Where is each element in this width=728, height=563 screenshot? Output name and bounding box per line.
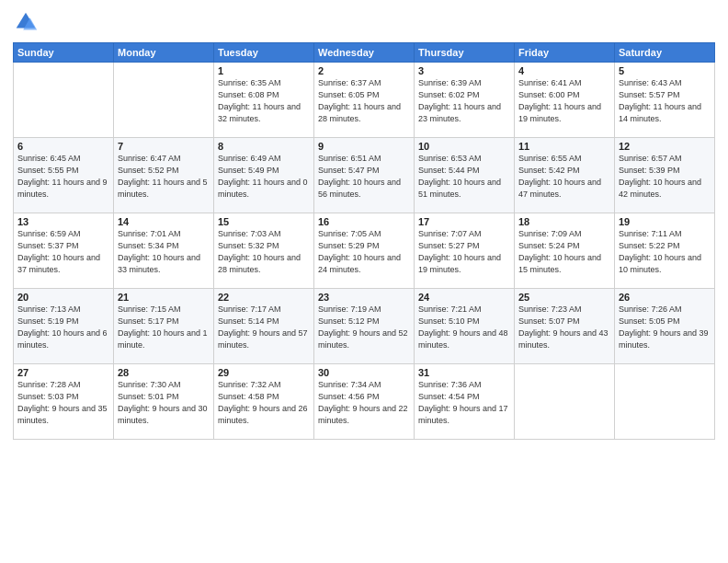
cell-line: Sunrise: 7:11 AM: [619, 228, 711, 240]
cell-content: Sunrise: 6:47 AMSunset: 5:52 PMDaylight:…: [118, 153, 210, 201]
cell-line: Sunset: 5:29 PM: [318, 240, 410, 252]
cell-line: Sunrise: 6:35 AM: [218, 77, 310, 89]
cell-content: Sunrise: 6:51 AMSunset: 5:47 PMDaylight:…: [318, 153, 410, 201]
cell-line: Sunrise: 6:39 AM: [418, 77, 510, 89]
cell-content: Sunrise: 7:09 AMSunset: 5:24 PMDaylight:…: [518, 228, 610, 276]
day-number: 18: [518, 216, 610, 227]
cell-line: Daylight: 10 hours and 1 minute.: [118, 327, 210, 351]
calendar-cell: 2Sunrise: 6:37 AMSunset: 6:05 PMDaylight…: [314, 63, 415, 138]
header: [13, 9, 715, 35]
day-number: 13: [17, 216, 109, 227]
calendar-cell: 3Sunrise: 6:39 AMSunset: 6:02 PMDaylight…: [415, 63, 515, 138]
calendar-cell: [114, 63, 214, 138]
calendar-cell: 1Sunrise: 6:35 AMSunset: 6:08 PMDaylight…: [214, 63, 314, 138]
cell-line: Daylight: 11 hours and 28 minutes.: [318, 101, 410, 125]
day-number: 20: [17, 292, 109, 303]
day-number: 9: [318, 141, 410, 152]
cell-line: Sunset: 5:01 PM: [118, 391, 210, 403]
cell-content: Sunrise: 7:26 AMSunset: 5:05 PMDaylight:…: [619, 304, 711, 351]
logo: [13, 9, 42, 35]
calendar-cell: 4Sunrise: 6:41 AMSunset: 6:00 PMDaylight…: [515, 63, 615, 138]
calendar-cell: 7Sunrise: 6:47 AMSunset: 5:52 PMDaylight…: [114, 138, 214, 213]
cell-line: Daylight: 9 hours and 26 minutes.: [218, 403, 310, 427]
day-number: 2: [318, 65, 410, 76]
day-number: 30: [318, 367, 410, 378]
day-number: 5: [619, 65, 711, 76]
cell-line: Sunset: 4:54 PM: [418, 391, 510, 403]
cell-content: Sunrise: 7:07 AMSunset: 5:27 PMDaylight:…: [418, 228, 510, 276]
logo-icon: [13, 9, 39, 35]
day-number: 25: [518, 292, 610, 303]
day-number: 22: [218, 292, 310, 303]
cell-line: Daylight: 11 hours and 9 minutes.: [17, 177, 109, 201]
cell-line: Daylight: 10 hours and 24 minutes.: [318, 252, 410, 276]
day-number: 28: [118, 367, 210, 378]
cell-line: Sunset: 5:44 PM: [418, 165, 510, 177]
calendar-cell: 13Sunrise: 6:59 AMSunset: 5:37 PMDayligh…: [14, 213, 114, 289]
cell-content: Sunrise: 7:30 AMSunset: 5:01 PMDaylight:…: [118, 379, 210, 427]
week-row-3: 13Sunrise: 6:59 AMSunset: 5:37 PMDayligh…: [14, 213, 715, 289]
cell-line: Sunset: 6:05 PM: [318, 89, 410, 101]
calendar-cell: 23Sunrise: 7:19 AMSunset: 5:12 PMDayligh…: [314, 289, 415, 364]
day-number: 4: [518, 65, 610, 76]
day-number: 23: [318, 292, 410, 303]
cell-content: Sunrise: 7:13 AMSunset: 5:19 PMDaylight:…: [17, 304, 109, 351]
calendar-cell: 8Sunrise: 6:49 AMSunset: 5:49 PMDaylight…: [214, 138, 314, 213]
cell-line: Sunset: 5:17 PM: [118, 316, 210, 327]
cell-line: Sunset: 5:19 PM: [17, 316, 109, 327]
day-number: 24: [418, 292, 510, 303]
cell-line: Daylight: 10 hours and 47 minutes.: [518, 177, 610, 201]
cell-line: Daylight: 9 hours and 22 minutes.: [318, 403, 410, 427]
cell-line: Daylight: 10 hours and 42 minutes.: [619, 177, 711, 201]
cell-line: Daylight: 10 hours and 6 minutes.: [17, 327, 109, 351]
cell-line: Sunset: 5:32 PM: [218, 240, 310, 252]
cell-content: Sunrise: 7:03 AMSunset: 5:32 PMDaylight:…: [218, 228, 310, 276]
day-number: 19: [619, 216, 711, 227]
calendar-cell: 12Sunrise: 6:57 AMSunset: 5:39 PMDayligh…: [615, 138, 715, 213]
day-number: 17: [418, 216, 510, 227]
cell-line: Sunrise: 7:09 AM: [518, 228, 610, 240]
day-header-saturday: Saturday: [615, 43, 715, 63]
cell-content: Sunrise: 7:15 AMSunset: 5:17 PMDaylight:…: [118, 304, 210, 351]
cell-line: Daylight: 10 hours and 19 minutes.: [418, 252, 510, 276]
day-number: 10: [418, 141, 510, 152]
calendar-cell: 29Sunrise: 7:32 AMSunset: 4:58 PMDayligh…: [214, 364, 314, 440]
calendar-cell: 14Sunrise: 7:01 AMSunset: 5:34 PMDayligh…: [114, 213, 214, 289]
cell-line: Sunrise: 6:57 AM: [619, 153, 711, 165]
day-number: 26: [619, 292, 711, 303]
calendar-cell: 28Sunrise: 7:30 AMSunset: 5:01 PMDayligh…: [114, 364, 214, 440]
day-number: 29: [218, 367, 310, 378]
cell-line: Sunset: 5:12 PM: [318, 316, 410, 327]
cell-content: Sunrise: 6:41 AMSunset: 6:00 PMDaylight:…: [518, 77, 610, 125]
day-number: 31: [418, 367, 510, 378]
cell-line: Sunrise: 7:19 AM: [318, 304, 410, 316]
cell-line: Sunrise: 7:03 AM: [218, 228, 310, 240]
cell-line: Sunset: 5:47 PM: [318, 165, 410, 177]
cell-line: Daylight: 10 hours and 51 minutes.: [418, 177, 510, 201]
calendar-cell: [615, 364, 715, 440]
cell-line: Sunset: 5:05 PM: [619, 316, 711, 327]
cell-line: Sunrise: 7:01 AM: [118, 228, 210, 240]
cell-line: Sunset: 4:58 PM: [218, 391, 310, 403]
cell-line: Sunrise: 6:49 AM: [218, 153, 310, 165]
day-header-thursday: Thursday: [415, 43, 515, 63]
calendar-cell: 21Sunrise: 7:15 AMSunset: 5:17 PMDayligh…: [114, 289, 214, 364]
cell-content: Sunrise: 6:39 AMSunset: 6:02 PMDaylight:…: [418, 77, 510, 125]
cell-line: Sunrise: 7:28 AM: [17, 379, 109, 391]
cell-line: Sunrise: 7:34 AM: [318, 379, 410, 391]
cell-line: Daylight: 9 hours and 39 minutes.: [619, 327, 711, 351]
cell-line: Sunset: 5:37 PM: [17, 240, 109, 252]
day-number: 3: [418, 65, 510, 76]
calendar-cell: 25Sunrise: 7:23 AMSunset: 5:07 PMDayligh…: [515, 289, 615, 364]
calendar-cell: [14, 63, 114, 138]
calendar-cell: 5Sunrise: 6:43 AMSunset: 5:57 PMDaylight…: [615, 63, 715, 138]
cell-line: Daylight: 9 hours and 43 minutes.: [518, 327, 610, 351]
day-number: 15: [218, 216, 310, 227]
cell-line: Daylight: 9 hours and 30 minutes.: [118, 403, 210, 427]
cell-line: Sunrise: 6:55 AM: [518, 153, 610, 165]
calendar-cell: 6Sunrise: 6:45 AMSunset: 5:55 PMDaylight…: [14, 138, 114, 213]
day-number: 21: [118, 292, 210, 303]
cell-line: Sunset: 5:22 PM: [619, 240, 711, 252]
day-header-tuesday: Tuesday: [214, 43, 314, 63]
cell-content: Sunrise: 7:32 AMSunset: 4:58 PMDaylight:…: [218, 379, 310, 427]
